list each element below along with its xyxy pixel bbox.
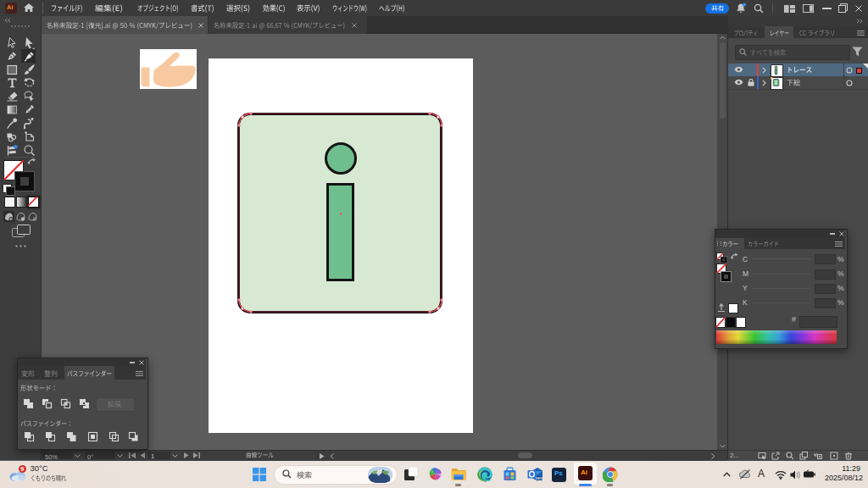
svg-text:NEW: NEW xyxy=(536,476,543,480)
